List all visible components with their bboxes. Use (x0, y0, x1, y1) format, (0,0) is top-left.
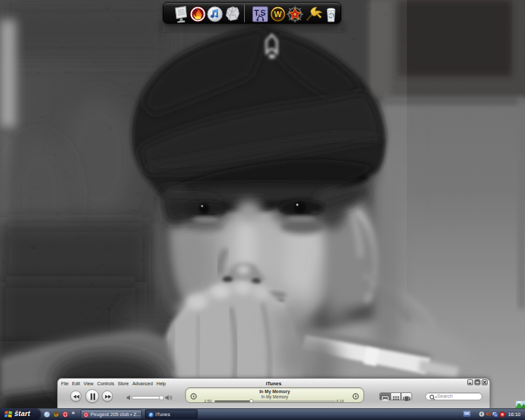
svg-text:W: W (274, 10, 282, 19)
svg-text:W: W (54, 412, 58, 416)
